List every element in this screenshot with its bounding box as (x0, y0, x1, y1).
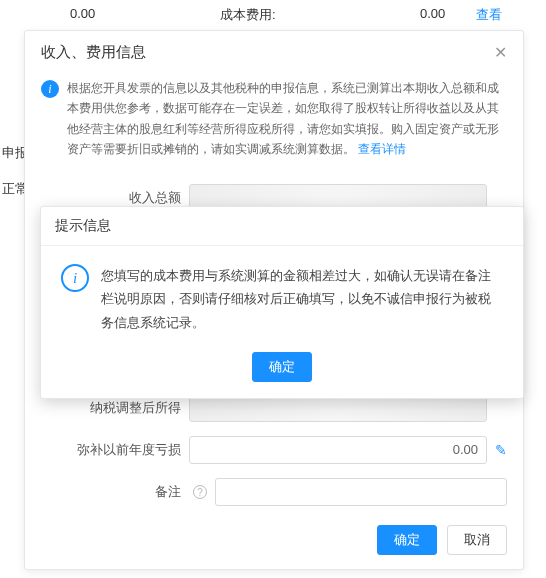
input-loss-offset[interactable]: 0.00 (189, 436, 487, 464)
info-icon: i (61, 264, 89, 292)
row-loss-offset: 弥补以前年度亏损 0.00 ✎ (41, 436, 507, 464)
alert-modal: 提示信息 i 您填写的成本费用与系统测算的金额相差过大，如确认无误请在备注栏说明… (40, 206, 524, 399)
info-detail-link[interactable]: 查看详情 (358, 142, 406, 156)
modal-header: 收入、费用信息 ✕ (25, 31, 523, 74)
alert-title: 提示信息 (41, 207, 523, 246)
bg-view-link[interactable]: 查看 (476, 6, 502, 24)
label-adjusted-income: 纳税调整后所得 (41, 399, 181, 417)
label-loss-offset: 弥补以前年度亏损 (41, 441, 181, 459)
input-remark[interactable] (215, 478, 507, 506)
alert-footer: 确定 (41, 344, 523, 398)
label-income-total: 收入总额 (41, 189, 181, 207)
modal-title: 收入、费用信息 (41, 43, 146, 62)
label-remark: 备注 (41, 483, 181, 501)
bg-cost-label: 成本费用: (220, 6, 276, 24)
close-icon[interactable]: ✕ (494, 43, 507, 62)
cancel-button[interactable]: 取消 (447, 525, 507, 555)
info-text: 根据您开具发票的信息以及其他税种的申报信息，系统已测算出本期收入总额和成本费用供… (67, 81, 499, 156)
help-icon[interactable]: ? (193, 485, 207, 499)
edit-icon-loss[interactable]: ✎ (495, 442, 507, 458)
row-remark: 备注 ? (41, 478, 507, 506)
ok-button[interactable]: 确定 (377, 525, 437, 555)
alert-text: 您填写的成本费用与系统测算的金额相差过大，如确认无误请在备注栏说明原因，否则请仔… (101, 264, 503, 334)
info-banner: i 根据您开具发票的信息以及其他税种的申报信息，系统已测算出本期收入总额和成本费… (41, 74, 507, 170)
info-icon: i (41, 80, 59, 98)
alert-body: i 您填写的成本费用与系统测算的金额相差过大，如确认无误请在备注栏说明原因，否则… (41, 246, 523, 344)
alert-ok-button[interactable]: 确定 (252, 352, 312, 382)
info-text-wrap: 根据您开具发票的信息以及其他税种的申报信息，系统已测算出本期收入总额和成本费用供… (67, 78, 507, 160)
bg-amount-left: 0.00 (70, 6, 95, 21)
modal-footer: 确定 取消 (25, 513, 523, 569)
bg-cost-value: 0.00 (420, 6, 445, 21)
